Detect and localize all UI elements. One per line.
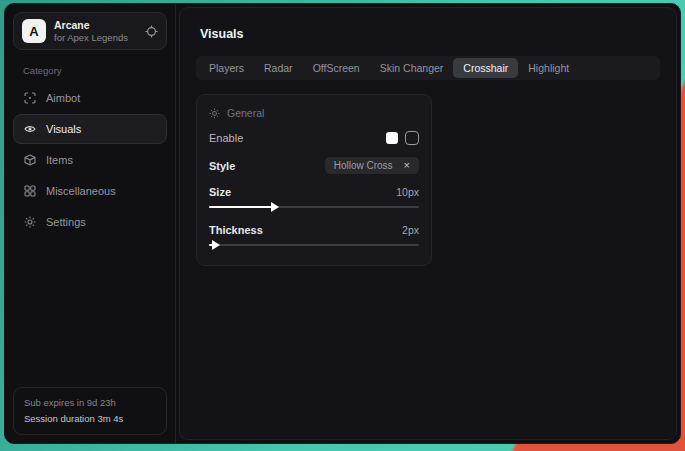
thickness-value: 2px	[402, 224, 419, 236]
general-panel: General Enable Style Hollow Cross × Size…	[196, 94, 432, 266]
enable-label: Enable	[209, 132, 243, 144]
enable-row: Enable	[209, 131, 419, 145]
thickness-slider-track[interactable]	[209, 244, 419, 246]
subscription-info-box: Sub expires in 9d 23h Session duration 3…	[13, 387, 167, 435]
sidebar-item-label: Settings	[46, 216, 86, 228]
settings-gear-icon	[24, 216, 36, 228]
items-cube-icon	[24, 154, 36, 166]
thickness-label: Thickness	[209, 224, 263, 236]
visuals-tabbar: Players Radar OffScreen Skin Changer Cro…	[196, 56, 660, 80]
aimbot-scan-icon	[24, 92, 36, 104]
sidebar-item-items[interactable]: Items	[13, 145, 167, 175]
sidebar: A Arcane for Apex Legends Category	[5, 4, 176, 443]
app-window: A Arcane for Apex Legends Category	[4, 3, 681, 444]
app-names: Arcane for Apex Legends	[54, 19, 137, 44]
close-x-icon[interactable]: ×	[404, 160, 410, 171]
size-slider-fill	[209, 206, 274, 208]
size-slider-thumb[interactable]	[271, 202, 279, 212]
sidebar-item-label: Aimbot	[46, 92, 80, 104]
sidebar-item-label: Miscellaneous	[46, 185, 116, 197]
sidebar-header: A Arcane for Apex Legends	[13, 12, 167, 50]
session-duration-text: Session duration 3m 4s	[24, 411, 156, 427]
style-label: Style	[209, 160, 235, 172]
page-title: Visuals	[200, 27, 660, 41]
size-label: Size	[209, 186, 231, 198]
thickness-slider[interactable]	[209, 240, 419, 250]
enable-checkbox[interactable]	[405, 131, 419, 145]
style-value: Hollow Cross	[334, 160, 393, 171]
sidebar-item-settings[interactable]: Settings	[13, 207, 167, 237]
thickness-slider-thumb[interactable]	[212, 240, 220, 250]
style-row: Style Hollow Cross ×	[209, 157, 419, 174]
size-row: Size 10px	[209, 186, 419, 198]
app-title: Arcane	[54, 19, 137, 32]
main-content: Visuals Players Radar OffScreen Skin Cha…	[179, 7, 677, 440]
app-logo: A	[22, 19, 46, 43]
sidebar-item-label: Visuals	[46, 123, 81, 135]
thickness-row: Thickness 2px	[209, 224, 419, 236]
sidebar-item-miscellaneous[interactable]: Miscellaneous	[13, 176, 167, 206]
size-value: 10px	[396, 186, 419, 198]
visuals-eye-icon	[24, 123, 36, 135]
tab-crosshair[interactable]: Crosshair	[453, 58, 518, 78]
tab-highlight[interactable]: Highlight	[518, 58, 579, 78]
tab-players[interactable]: Players	[199, 58, 254, 78]
sub-expires-text: Sub expires in 9d 23h	[24, 395, 156, 411]
category-label: Category	[23, 65, 167, 76]
panel-header: General	[209, 107, 421, 119]
enable-color-swatch[interactable]	[386, 132, 398, 144]
sidebar-item-aimbot[interactable]: Aimbot	[13, 83, 167, 113]
sidebar-item-visuals[interactable]: Visuals	[13, 114, 167, 144]
style-dropdown[interactable]: Hollow Cross ×	[325, 157, 419, 174]
app-subtitle: for Apex Legends	[54, 32, 137, 44]
gear-sun-icon	[209, 108, 220, 119]
panel-title: General	[227, 107, 264, 119]
misc-grid-icon	[24, 185, 36, 197]
crosshair-icon[interactable]	[145, 25, 158, 38]
tab-skin-changer[interactable]: Skin Changer	[370, 58, 454, 78]
tab-radar[interactable]: Radar	[254, 58, 303, 78]
sidebar-item-label: Items	[46, 154, 73, 166]
size-slider[interactable]	[209, 202, 419, 212]
tab-offscreen[interactable]: OffScreen	[303, 58, 370, 78]
